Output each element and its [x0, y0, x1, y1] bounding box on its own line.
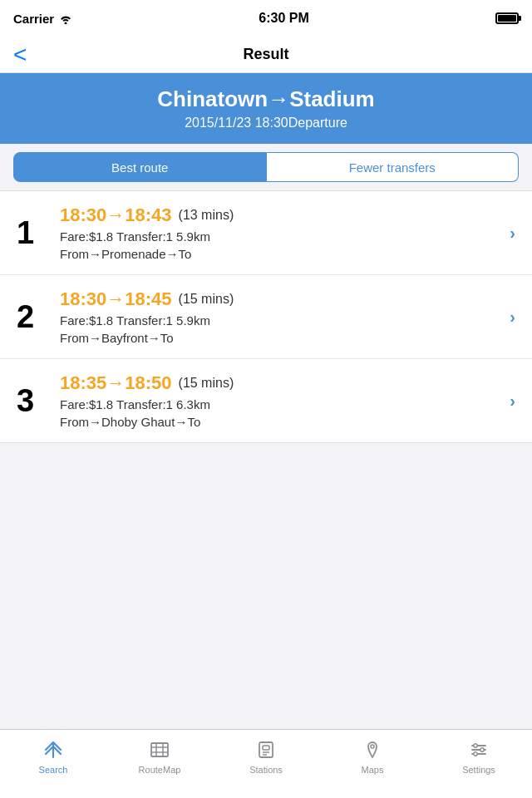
routemap-tab-icon — [148, 738, 171, 761]
result-route-3: From→Dhoby Ghaut→To — [60, 415, 496, 429]
route-subtitle: 2015/11/23 18:30Departure — [17, 116, 515, 131]
result-item-1[interactable]: 1 18:30→18:43 (13 mins) Fare:$1.8 Transf… — [0, 191, 532, 275]
carrier-label: Carrier — [13, 12, 54, 26]
result-details-3: 18:35→18:50 (15 mins) Fare:$1.8 Transfer… — [60, 372, 496, 429]
chevron-icon-3: › — [510, 392, 515, 411]
svg-point-9 — [371, 745, 374, 748]
result-time-row-3: 18:35→18:50 (15 mins) — [60, 372, 496, 394]
search-tab-icon — [42, 738, 65, 761]
best-route-button[interactable]: Best route — [13, 152, 267, 182]
chevron-icon-1: › — [510, 224, 515, 243]
tab-bar: Search RouteMap Stations — [0, 729, 532, 798]
result-time-1: 18:30→18:43 — [60, 204, 172, 226]
result-info-3: Fare:$1.8 Transfer:1 6.3km — [60, 397, 496, 411]
result-time-2: 18:30→18:45 — [60, 288, 172, 310]
result-duration-1: (13 mins) — [179, 208, 234, 223]
svg-point-14 — [480, 748, 484, 751]
tab-stations[interactable]: Stations — [213, 735, 319, 778]
tab-routemap[interactable]: RouteMap — [106, 735, 213, 778]
status-time: 6:30 PM — [259, 11, 308, 26]
result-info-2: Fare:$1.8 Transfer:1 5.9km — [60, 313, 496, 328]
status-bar: Carrier 6:30 PM — [0, 0, 532, 37]
result-number-1: 1 — [17, 217, 47, 249]
result-number-3: 3 — [17, 385, 47, 416]
tab-search[interactable]: Search — [0, 735, 106, 778]
result-details-2: 18:30→18:45 (15 mins) Fare:$1.8 Transfer… — [60, 288, 496, 345]
back-button[interactable]: < — [13, 43, 27, 66]
nav-bar: < Result — [0, 37, 532, 73]
result-time-row-2: 18:30→18:45 (15 mins) — [60, 288, 496, 310]
result-route-1: From→Promenade→To — [60, 247, 496, 261]
battery-icon — [495, 12, 519, 24]
result-item-3[interactable]: 3 18:35→18:50 (15 mins) Fare:$1.8 Transf… — [0, 359, 532, 442]
result-details-1: 18:30→18:43 (13 mins) Fare:$1.8 Transfer… — [60, 204, 496, 261]
result-route-2: From→Bayfront→To — [60, 331, 496, 345]
status-left: Carrier — [13, 12, 72, 26]
chevron-icon-2: › — [510, 308, 515, 327]
status-right — [495, 12, 519, 24]
result-time-3: 18:35→18:50 — [60, 372, 172, 394]
wifi-icon — [59, 13, 72, 24]
result-number-2: 2 — [17, 301, 47, 332]
tab-maps[interactable]: Maps — [319, 735, 426, 778]
result-item-2[interactable]: 2 18:30→18:45 (15 mins) Fare:$1.8 Transf… — [0, 275, 532, 359]
svg-point-15 — [474, 752, 477, 756]
route-header: Chinatown→Stadium 2015/11/23 18:30Depart… — [0, 73, 532, 144]
settings-tab-icon — [467, 738, 490, 761]
maps-tab-label: Maps — [362, 765, 384, 775]
maps-tab-icon — [361, 738, 384, 761]
route-title: Chinatown→Stadium — [17, 86, 515, 112]
result-duration-3: (15 mins) — [179, 376, 234, 391]
result-duration-2: (15 mins) — [179, 292, 234, 307]
search-tab-label: Search — [39, 765, 68, 775]
result-info-1: Fare:$1.8 Transfer:1 5.9km — [60, 229, 496, 244]
stations-tab-label: Stations — [249, 765, 283, 775]
settings-tab-label: Settings — [462, 765, 495, 775]
routemap-tab-label: RouteMap — [139, 765, 181, 775]
results-list: 1 18:30→18:43 (13 mins) Fare:$1.8 Transf… — [0, 190, 532, 443]
svg-point-13 — [474, 744, 477, 747]
toggle-container: Best route Fewer transfers — [0, 144, 532, 190]
svg-rect-6 — [263, 746, 269, 750]
stations-tab-icon — [254, 738, 278, 761]
svg-rect-0 — [151, 743, 168, 756]
tab-settings[interactable]: Settings — [426, 735, 532, 778]
result-time-row-1: 18:30→18:43 (13 mins) — [60, 204, 496, 226]
fewer-transfers-button[interactable]: Fewer transfers — [267, 152, 520, 182]
page-title: Result — [243, 46, 288, 63]
